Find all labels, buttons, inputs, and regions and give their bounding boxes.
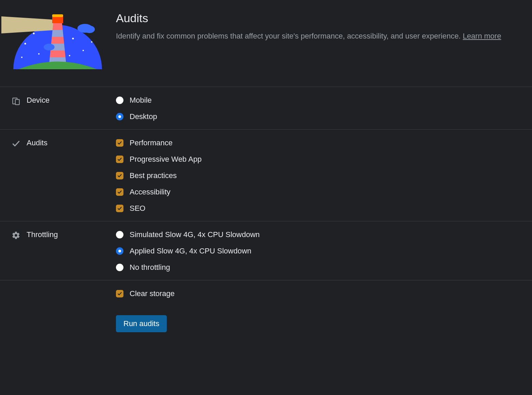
svg-point-16 — [72, 38, 74, 40]
radio-icon — [116, 113, 123, 120]
svg-rect-2 — [52, 14, 63, 17]
throttling-section: Throttling Simulated Slow 4G, 4x CPU Slo… — [0, 221, 532, 280]
svg-point-14 — [38, 53, 40, 55]
clear-storage-option[interactable]: Clear storage — [116, 289, 532, 298]
lighthouse-icon — [1, 10, 104, 71]
audit-option-accessibility[interactable]: Accessibility — [116, 188, 532, 196]
radio-icon — [116, 97, 123, 104]
device-option-mobile[interactable]: Mobile — [116, 96, 532, 105]
checkbox-icon — [116, 172, 123, 179]
throttling-label: Throttling — [27, 230, 58, 239]
svg-point-12 — [25, 43, 26, 45]
audit-option-performance[interactable]: Performance — [116, 138, 532, 147]
svg-marker-7 — [50, 50, 65, 57]
throttling-option-applied[interactable]: Applied Slow 4G, 4x CPU Slowdown — [116, 247, 532, 255]
svg-point-15 — [21, 57, 23, 58]
gear-icon — [12, 231, 20, 240]
lighthouse-logo — [0, 10, 116, 73]
device-section: Device Mobile Desktop — [0, 87, 532, 130]
radio-icon — [116, 247, 123, 255]
svg-marker-4 — [52, 30, 63, 37]
page-title: Audits — [116, 12, 532, 25]
throttling-option-simulated[interactable]: Simulated Slow 4G, 4x CPU Slowdown — [116, 230, 532, 239]
svg-marker-3 — [53, 23, 63, 30]
checkbox-icon — [116, 188, 123, 196]
svg-point-11 — [44, 44, 55, 50]
throttling-option-none[interactable]: No throttling — [116, 263, 532, 272]
checkbox-icon — [116, 205, 123, 212]
svg-point-17 — [83, 50, 84, 51]
svg-point-13 — [33, 33, 35, 34]
svg-marker-5 — [51, 37, 64, 44]
header: Audits Identify and fix common problems … — [0, 0, 532, 87]
check-icon — [12, 139, 20, 148]
learn-more-link[interactable]: Learn more — [463, 32, 501, 40]
radio-icon — [116, 264, 123, 271]
device-icon — [12, 97, 20, 105]
audits-label: Audits — [27, 138, 47, 147]
audit-option-pwa[interactable]: Progressive Web App — [116, 155, 532, 164]
radio-icon — [116, 231, 123, 238]
checkbox-icon — [116, 156, 123, 163]
svg-point-18 — [91, 41, 92, 43]
audits-section: Audits Performance Progressive Web App B… — [0, 130, 532, 221]
checkbox-icon — [116, 139, 123, 147]
device-option-desktop[interactable]: Desktop — [116, 112, 532, 121]
audit-option-seo[interactable]: SEO — [116, 204, 532, 213]
audit-option-best-practices[interactable]: Best practices — [116, 171, 532, 180]
svg-point-10 — [84, 26, 95, 33]
footer-section: Clear storage Run audits — [0, 280, 532, 340]
svg-rect-21 — [15, 100, 19, 105]
page-description: Identify and fix common problems that af… — [116, 31, 532, 42]
svg-point-19 — [69, 55, 70, 56]
checkbox-icon — [116, 290, 123, 297]
device-label: Device — [27, 96, 49, 105]
run-audits-button[interactable]: Run audits — [116, 315, 167, 332]
